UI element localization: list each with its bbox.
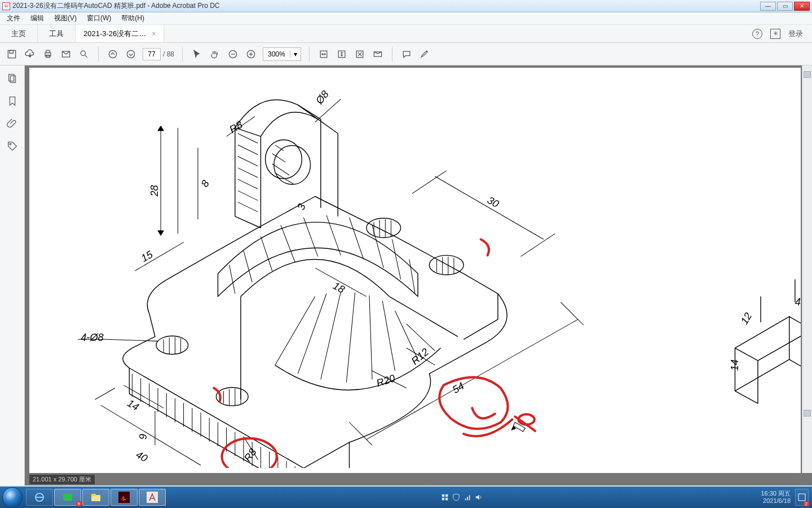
zoom-out-icon[interactable]: [227, 48, 239, 60]
read-mode-icon[interactable]: [372, 48, 384, 60]
tray-flag-icon[interactable]: [441, 493, 449, 501]
taskbar: 9 16:30 周五 2021/6/18 2: [0, 487, 812, 508]
tab-tools[interactable]: 工具: [38, 25, 76, 42]
svg-line-61: [281, 225, 295, 262]
dim-side4: 4: [795, 296, 801, 308]
page-number-input[interactable]: [143, 48, 161, 60]
tag-icon[interactable]: [6, 140, 19, 152]
dim-8: 8: [198, 177, 212, 189]
svg-line-71: [346, 292, 355, 382]
svg-line-78: [235, 216, 261, 227]
task-ie[interactable]: [26, 489, 53, 506]
svg-rect-125: [442, 494, 444, 497]
dim-40: 40: [134, 448, 149, 464]
system-tray[interactable]: [441, 493, 483, 501]
taskbar-clock[interactable]: 16:30 周五 2021/6/18: [761, 490, 795, 504]
svg-line-91: [238, 202, 258, 212]
help-icon[interactable]: ?: [752, 29, 762, 39]
svg-line-106: [101, 405, 201, 465]
svg-rect-1: [10, 50, 14, 53]
svg-rect-129: [465, 498, 466, 501]
start-button[interactable]: [2, 487, 23, 507]
highlight-icon[interactable]: [418, 48, 431, 60]
svg-point-53: [429, 255, 464, 274]
svg-line-62: [303, 217, 317, 256]
svg-line-60: [261, 237, 272, 271]
tab-document-label: 2021-3-26没有二…: [83, 29, 146, 39]
svg-line-58: [230, 265, 235, 294]
maximize-button[interactable]: ▭: [777, 2, 793, 11]
document-viewport[interactable]: R8 Ø8 28 8 3 15 30 18 4-Ø8 R20 R12 54 14…: [25, 65, 812, 485]
menu-file[interactable]: 文件: [3, 12, 24, 24]
dim-18: 18: [331, 279, 347, 295]
tray-volume-icon[interactable]: [475, 493, 483, 501]
svg-rect-122: [91, 494, 96, 496]
task-explorer[interactable]: [82, 489, 109, 506]
vertical-scrollbar[interactable]: [802, 65, 812, 473]
menubar: 文件 编辑 视图(V) 窗口(W) 帮助(H): [0, 12, 812, 25]
chevron-down-icon[interactable]: ▾: [290, 50, 301, 58]
fit-page-icon[interactable]: [336, 48, 348, 60]
dim-9: 9: [137, 434, 149, 440]
menu-window[interactable]: 窗口(W): [83, 12, 114, 24]
svg-line-75: [407, 324, 435, 351]
tray-action-center[interactable]: 2: [795, 489, 809, 506]
svg-point-7: [109, 50, 116, 58]
hand-tool-icon[interactable]: [209, 48, 221, 60]
page-down-icon[interactable]: [125, 48, 137, 60]
tray-network-icon[interactable]: [464, 493, 471, 501]
svg-line-81: [275, 145, 284, 151]
page-up-icon[interactable]: [107, 48, 119, 60]
svg-line-104: [349, 422, 372, 445]
save-icon[interactable]: [6, 48, 18, 60]
dim-r8a: R8: [227, 118, 245, 135]
svg-rect-130: [467, 497, 468, 500]
minimize-button[interactable]: —: [760, 2, 776, 11]
close-button[interactable]: ✕: [794, 2, 810, 11]
svg-line-66: [392, 239, 400, 279]
comment-icon[interactable]: [400, 48, 413, 60]
svg-line-90: [238, 191, 258, 200]
task-acrobat[interactable]: [111, 489, 138, 506]
zoom-value: 300%: [263, 50, 290, 58]
svg-line-59: [244, 251, 252, 282]
svg-rect-15: [8, 75, 14, 81]
bookmark-icon[interactable]: [6, 95, 19, 107]
tabbar: 主页 工具 2021-3-26没有二… × ? ✳ 登录: [0, 25, 812, 43]
mail-icon[interactable]: [60, 48, 72, 60]
task-wechat[interactable]: 9: [54, 489, 81, 506]
fullscreen-icon[interactable]: [354, 48, 366, 60]
svg-line-70: [321, 292, 341, 379]
svg-rect-120: [63, 494, 72, 501]
notification-icon[interactable]: ✳: [770, 29, 780, 39]
tray-shield-icon[interactable]: [452, 493, 460, 501]
print-icon[interactable]: [42, 48, 54, 60]
task-badge: 9: [76, 501, 82, 506]
menu-view[interactable]: 视图(V): [51, 12, 80, 24]
svg-line-65: [372, 225, 383, 268]
zoom-select[interactable]: 300% ▾: [263, 47, 301, 61]
task-autocad[interactable]: [139, 489, 166, 506]
fit-width-icon[interactable]: [317, 48, 330, 60]
svg-rect-3: [46, 50, 50, 52]
svg-line-73: [382, 301, 395, 371]
svg-line-72: [369, 295, 372, 379]
titlebar: ⧉ 2021-3-26没有二维码年AutoCAD 精英班.pdf - Adobe…: [0, 0, 812, 12]
tab-close-icon[interactable]: ×: [152, 30, 156, 38]
tab-home[interactable]: 主页: [0, 25, 38, 42]
tray-badge: 2: [804, 501, 809, 506]
thumbnails-icon[interactable]: [6, 72, 19, 85]
svg-line-89: [238, 179, 258, 189]
cloud-icon[interactable]: [24, 48, 36, 60]
search-icon[interactable]: [78, 48, 90, 60]
zoom-in-icon[interactable]: [245, 48, 257, 60]
menu-edit[interactable]: 编辑: [27, 12, 47, 24]
select-tool-icon[interactable]: [191, 48, 203, 60]
svg-line-69: [298, 294, 326, 374]
svg-line-92: [758, 330, 801, 361]
attachment-icon[interactable]: [6, 117, 19, 130]
menu-help[interactable]: 帮助(H): [118, 12, 148, 24]
svg-rect-126: [445, 494, 448, 497]
tab-document[interactable]: 2021-3-26没有二… ×: [76, 25, 164, 42]
login-link[interactable]: 登录: [788, 29, 803, 39]
